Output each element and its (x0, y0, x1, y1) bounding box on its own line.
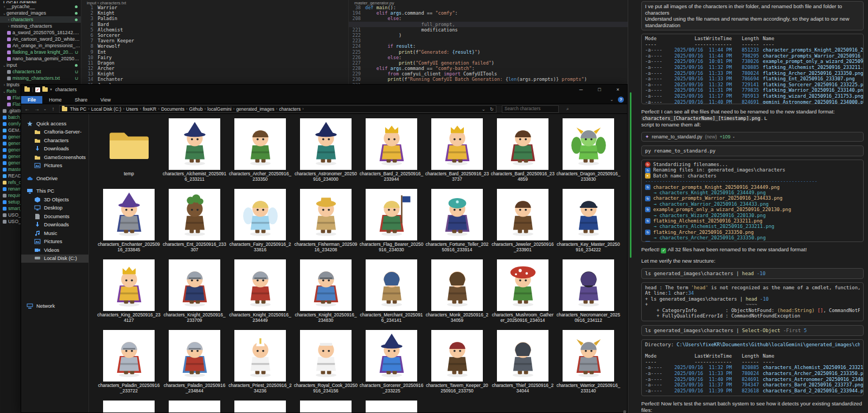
qat-customize-chevron-icon[interactable]: ▾ (50, 87, 52, 92)
grid-item[interactable]: characters_Flag_Bearer_20250916_234030 (359, 189, 424, 259)
sidebar-item-3d-objects[interactable]: 3D Objects (21, 195, 88, 204)
back-button[interactable]: ← (23, 106, 31, 112)
grid-item[interactable] (359, 401, 424, 412)
breadcrumb-segment[interactable]: Github (188, 106, 205, 112)
tree-item[interactable]: nano_banana_gemini_20250904_181256... (0, 55, 81, 62)
sidebar-item-downloads[interactable]: Downloads (21, 145, 88, 154)
grid-item[interactable]: characters_Sorcerer_20250916_233225 (359, 330, 424, 401)
tree-item[interactable]: An_orange_in_impressionist_style_20250..… (0, 42, 81, 49)
ribbon-collapse-chevron-icon[interactable]: ⌄ (610, 97, 614, 102)
sidebar-item-this-pc[interactable]: This PC (21, 187, 88, 196)
grid-item[interactable]: characters_Knight_20250916_233709 (162, 259, 227, 330)
grid-item[interactable]: characters_Bard_20250916_233737 (424, 118, 490, 189)
search-box[interactable]: ⌕ (502, 105, 559, 113)
grid-item[interactable]: characters_Mushroom_Gatherer_20250916_23… (490, 259, 556, 330)
properties-check-icon[interactable]: ✓ (35, 87, 40, 92)
tree-item[interactable]: a_sword_20250705_181242.png (0, 29, 81, 36)
grid-item[interactable]: characters_Fairy_20250916_233816 (227, 189, 293, 259)
tree-item[interactable]: ›__pycache__ (0, 3, 81, 10)
grid-item[interactable]: characters_Warrior_20250916_233140 (556, 330, 621, 401)
grid-item[interactable]: temp (96, 118, 162, 189)
sidebar-item-music[interactable]: Music (21, 229, 88, 238)
recent-locations-chevron-icon[interactable]: ⌄ (43, 107, 47, 111)
breadcrumb-segment[interactable]: This PC (68, 106, 88, 112)
sidebar-item-characters[interactable]: Characters (21, 136, 88, 145)
file-change-chip[interactable]: ✦rename_to_standard.py(new)+109▪ (641, 132, 864, 142)
tree-item[interactable]: ›missing_characters (0, 23, 81, 29)
sidebar-item-network[interactable]: Network (21, 302, 88, 310)
ribbon-tab-home[interactable]: Home (42, 96, 68, 104)
minimize-button[interactable]: ─ (572, 85, 590, 94)
grid-item[interactable]: characters_Key_Master_20250916_234222 (556, 189, 621, 259)
grid-item[interactable]: characters_Enchanter_20250916_233845 (96, 189, 162, 259)
grid-item[interactable]: characters_Archer_20250916_233350 (227, 118, 293, 189)
sidebar-item-pictures[interactable]: Pictures (21, 238, 88, 246)
grid-item[interactable] (96, 401, 162, 412)
help-icon[interactable]: ? (618, 97, 624, 103)
explorer-scrollbar[interactable] (622, 114, 626, 412)
sidebar-item-onedrive[interactable]: OneDrive (21, 174, 88, 183)
address-bar[interactable]: This PC›Local Disk (C:)›Users›fixeKR›Doc… (59, 105, 496, 113)
breadcrumb-segment[interactable]: Documents (159, 106, 186, 112)
up-button[interactable]: ↑ (49, 106, 57, 112)
grid-item[interactable]: characters_Tavern_Keeper_20250916_233750 (424, 330, 490, 401)
grid-item[interactable]: characters_Thief_20250916_234044 (490, 330, 556, 401)
tree-item[interactable]: characters.txtU (0, 68, 81, 75)
grid-item[interactable]: characters_Paladin_20250916_234844 (162, 330, 227, 401)
grid-item[interactable]: characters_Astronomer_20250916_234000 (293, 118, 359, 189)
breadcrumb-segment[interactable]: Users (124, 106, 139, 112)
grid-item[interactable]: characters_Merchant_20250916_234141 (359, 259, 424, 330)
breadcrumb-segment[interactable]: generated_images (234, 106, 276, 112)
grid-item[interactable]: characters_Royal_Cook_20250916_234156 (293, 330, 359, 401)
sidebar-item-local-disk-c-[interactable]: Local Disk (C:) (21, 255, 88, 263)
close-button[interactable]: × (609, 85, 627, 94)
grid-item[interactable]: characters_Necromancer_20250916_234112 (556, 259, 621, 330)
sidebar-item-pictures[interactable]: Pictures (21, 162, 88, 170)
grid-item[interactable]: characters_Fortune_Teller_20250916_23391… (424, 189, 490, 259)
grid-item[interactable] (293, 401, 359, 412)
tree-item[interactable]: ⌄input (0, 62, 81, 68)
grid-item[interactable]: characters_King_20250916_234127 (96, 259, 162, 330)
grid-item[interactable]: characters_Paladin_20250916_233722 (96, 330, 162, 401)
sidebar-item-downloads[interactable]: Downloads (21, 221, 88, 230)
grid-item[interactable] (162, 401, 227, 412)
editor-characters-txt[interactable]: input › characters.txt 1Warrior2Knight3P… (81, 0, 349, 84)
tree-item[interactable]: flatking_a brave knight_20250916_2...U (0, 49, 81, 55)
tree-item[interactable]: ›characters (0, 16, 81, 23)
breadcrumb-segment[interactable]: localGemini (206, 106, 233, 112)
grid-item[interactable]: characters_Priest_20250916_234236 (227, 330, 293, 401)
sidebar-item-documents[interactable]: Documents (21, 212, 88, 221)
tree-item[interactable]: missing_characters.txtU (0, 75, 81, 81)
tree-item[interactable]: An_cartoon_sword_2D_white_20250905_... (0, 36, 81, 42)
editor-master-generator-py[interactable]: master_generator.py 38def main():194 eli… (349, 0, 628, 84)
grid-item[interactable]: characters_Knight_20250916_234830 (293, 259, 359, 330)
maximize-button[interactable]: □ (590, 85, 609, 94)
sidebar-item-quick-access[interactable]: Quick access (21, 119, 88, 128)
new-folder-icon[interactable] (42, 87, 48, 92)
grid-item[interactable]: characters_Jeweler_20250916_233901 (490, 189, 556, 259)
grid-item[interactable]: characters_Fisherman_20250916_234208 (293, 189, 359, 259)
address-dropdown-chevron-icon[interactable]: ⌄ (482, 106, 486, 112)
forward-button[interactable]: → (33, 106, 41, 112)
breadcrumb-segment[interactable]: fixeKR (141, 106, 158, 112)
grid-item[interactable]: characters_Bard_20250916_234859 (490, 118, 556, 189)
grid-item[interactable]: characters_Ent_20250916_233307 (162, 189, 227, 259)
ribbon-tab-file[interactable]: File (21, 96, 42, 104)
sidebar-item-craftoria-server-[interactable]: Craftoria-Server- (21, 128, 88, 137)
grid-item[interactable]: characters_Knight_20250916_234449 (227, 259, 293, 330)
breadcrumb-segment[interactable]: Local Disk (C:) (90, 106, 123, 112)
sidebar-item-desktop[interactable]: Desktop (21, 204, 88, 213)
ribbon-tab-view[interactable]: View (94, 96, 117, 104)
grid-item[interactable]: characters_Alchemist_20250916_233211 (162, 118, 227, 189)
search-input[interactable] (502, 106, 566, 111)
breadcrumb-segment[interactable]: characters (277, 106, 302, 112)
grid-item[interactable]: characters_Bard_2_20250916_233944 (359, 118, 424, 189)
sidebar-item-gamescreenshots[interactable]: GameScreenshots (21, 153, 88, 162)
ribbon-tab-share[interactable]: Share (68, 96, 94, 104)
grid-item[interactable] (227, 401, 293, 412)
tree-item[interactable]: ⌄generated_images (0, 10, 81, 16)
sidebar-item-videos[interactable]: Videos (21, 246, 88, 255)
grid-item[interactable]: characters_Dragon_20250916_233830 (556, 118, 621, 189)
refresh-icon[interactable]: ↻ (490, 106, 494, 112)
grid-item[interactable]: characters_Monk_20250916_234059 (424, 259, 490, 330)
